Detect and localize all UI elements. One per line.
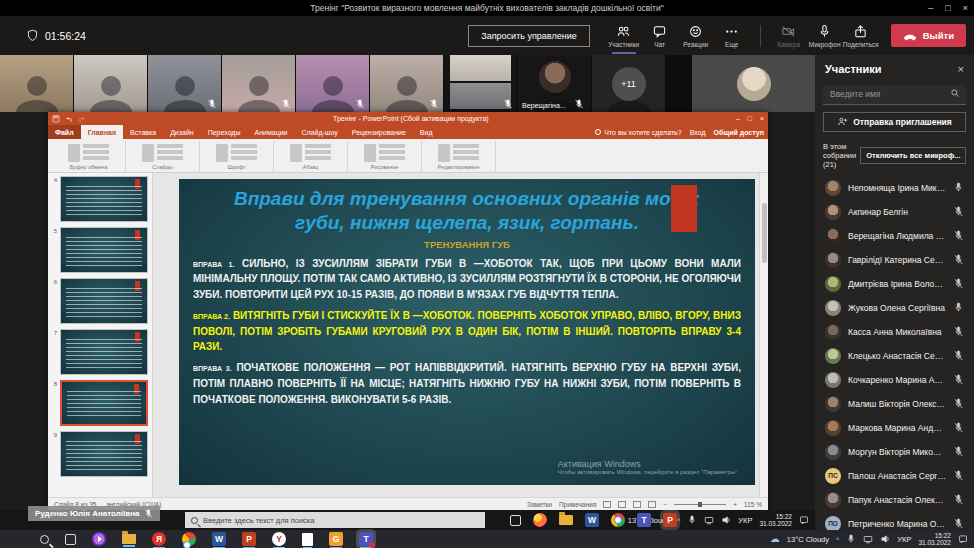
zoom-out-button[interactable]: −	[663, 501, 667, 508]
ribbon-tab[interactable]: Рецензирование	[345, 125, 413, 139]
volume-icon[interactable]	[880, 534, 890, 544]
ribbon-tab[interactable]: Анимации	[248, 125, 295, 139]
participant-mic-icon[interactable]	[953, 350, 964, 361]
ribbon-tab[interactable]: Слайд-шоу	[294, 125, 344, 139]
share-link[interactable]: Общий доступ	[714, 129, 764, 136]
participant-mic-icon[interactable]	[953, 446, 964, 457]
zoom-in-button[interactable]: +	[733, 501, 737, 508]
undo-icon[interactable]	[65, 115, 73, 123]
video-tile[interactable]	[222, 55, 295, 112]
ppt-maximize-button[interactable]: □	[748, 115, 752, 122]
minimize-button[interactable]: –	[928, 0, 933, 16]
taskbar-app-icon[interactable]	[40, 535, 49, 544]
panel-close-icon[interactable]: ×	[958, 63, 964, 75]
ribbon-tab[interactable]: Вид	[413, 125, 440, 139]
shared-search-box[interactable]: Введите здесь текст для поиска	[185, 512, 485, 528]
video-tile[interactable]	[148, 55, 221, 112]
participant-mic-icon[interactable]	[953, 470, 964, 481]
mute-all-button[interactable]: Отключить все микроф...	[860, 147, 966, 164]
ppt-close-button[interactable]: ×	[760, 115, 764, 122]
volume-icon[interactable]	[721, 515, 731, 525]
participant-row[interactable]: Кочкаренко Марина Анатоліївна	[815, 368, 974, 392]
participant-row[interactable]: Гаврілідї Катерина Сергіївна	[815, 248, 974, 272]
chat-button[interactable]: Чат	[644, 22, 676, 50]
ribbon-group-controls[interactable]	[142, 142, 183, 163]
mic-button[interactable]: Микрофон	[809, 22, 841, 50]
taskbar-app-icon[interactable]: T	[359, 532, 373, 546]
taskbar-app-icon[interactable]: P	[242, 532, 256, 546]
participant-row[interactable]: Клецько Анастасія Сергіївна	[815, 344, 974, 368]
request-control-button[interactable]: Запросить управление	[468, 25, 589, 47]
notification-icon[interactable]	[958, 534, 968, 544]
participant-row[interactable]: Малиш Вікторія Олександрівна	[815, 392, 974, 416]
zoom-level[interactable]: 115 %	[744, 501, 762, 508]
taskbar-app-icon[interactable]: W	[585, 513, 599, 527]
save-icon[interactable]	[52, 115, 60, 123]
participant-mic-icon[interactable]	[953, 494, 964, 505]
slide-thumbnail[interactable]: 9	[50, 431, 148, 477]
mic-tray-icon[interactable]	[846, 534, 856, 544]
participant-search-input[interactable]	[823, 85, 966, 105]
close-button[interactable]: ×	[963, 0, 968, 16]
taskbar-app-icon[interactable]	[510, 515, 521, 526]
participant-mic-icon[interactable]	[953, 278, 964, 289]
participant-row[interactable]: Папук Анастасія Олександрівна	[815, 488, 974, 512]
network-icon[interactable]	[863, 534, 873, 544]
reading-view-button[interactable]	[633, 501, 641, 508]
tellme-box[interactable]: Что вы хотите сделать?	[595, 129, 681, 136]
participant-row[interactable]: Верещагіна Людмила Володим...	[815, 224, 974, 248]
video-tile[interactable]: Верещагіна...	[518, 55, 591, 112]
slideshow-button[interactable]	[648, 501, 656, 508]
participant-row[interactable]: Касса Анна Миколаївна	[815, 320, 974, 344]
participant-mic-icon[interactable]	[953, 206, 964, 217]
language-indicator[interactable]: УКР	[897, 535, 911, 544]
slide-thumbnail[interactable]: 7	[50, 329, 148, 375]
clock[interactable]: 15:22 31.03.2022	[759, 513, 792, 528]
leave-button[interactable]: Выйти	[891, 24, 966, 47]
share-button[interactable]: Поделиться	[845, 22, 877, 50]
participant-mic-icon[interactable]	[953, 518, 964, 529]
slide-sorter-button[interactable]	[618, 501, 626, 508]
taskbar-app-icon[interactable]	[10, 532, 24, 546]
participant-row[interactable]: Непомняща Ірина Миколаївна	[815, 176, 974, 200]
taskbar-app-icon[interactable]	[92, 532, 106, 546]
more-button[interactable]: Еще	[716, 22, 748, 50]
participant-row[interactable]: Дмитрієва Ірина Володимирівна	[815, 272, 974, 296]
mic-tray-icon[interactable]	[687, 515, 697, 525]
video-tile[interactable]: +11	[592, 55, 665, 112]
participant-row[interactable]: Жукова Олена Сергіївна	[815, 296, 974, 320]
participant-row[interactable]: ПС Палош Анастасія Сергіївна	[815, 464, 974, 488]
maximize-button[interactable]: □	[945, 0, 950, 16]
signin-link[interactable]: Вход	[690, 129, 706, 136]
participant-mic-icon[interactable]	[953, 254, 964, 265]
slide-thumbnail[interactable]: 8	[50, 380, 148, 426]
taskbar-app-icon[interactable]: Y	[272, 532, 286, 546]
canvas-scrollbar[interactable]	[759, 173, 768, 497]
slide-thumbnail[interactable]: 4	[50, 176, 148, 222]
taskbar-app-icon[interactable]	[65, 534, 76, 545]
slide-thumbnail[interactable]: 5	[50, 227, 148, 273]
ribbon-tab[interactable]: Вставка	[123, 125, 163, 139]
slide-thumbnail[interactable]: 6	[50, 278, 148, 324]
comments-button[interactable]: Примечания	[559, 501, 597, 508]
taskbar-app-icon[interactable]: Я	[152, 532, 166, 546]
ribbon-tab[interactable]: Дизайн	[163, 125, 201, 139]
taskbar-app-icon[interactable]	[182, 532, 196, 546]
ribbon-group-controls[interactable]	[68, 142, 109, 163]
taskbar-app-icon[interactable]	[611, 513, 625, 527]
participant-mic-icon[interactable]	[953, 182, 964, 193]
participant-mic-icon[interactable]	[953, 374, 964, 385]
taskbar-app-icon[interactable]	[533, 513, 547, 527]
taskbar-app-icon[interactable]: T	[637, 513, 651, 527]
video-tile[interactable]	[370, 55, 443, 112]
taskbar-app-icon[interactable]: G	[329, 532, 343, 546]
participant-mic-icon[interactable]	[953, 326, 964, 337]
taskbar-app-icon[interactable]: W	[212, 532, 226, 546]
participant-mic-icon[interactable]	[953, 302, 964, 313]
taskbar-app-icon[interactable]	[122, 534, 136, 544]
taskbar-app-icon[interactable]	[302, 533, 313, 546]
redo-icon[interactable]	[78, 115, 86, 123]
video-tile[interactable]	[74, 55, 147, 112]
ribbon-group-controls[interactable]	[216, 142, 257, 163]
ribbon-tab[interactable]: Главная	[81, 125, 123, 139]
